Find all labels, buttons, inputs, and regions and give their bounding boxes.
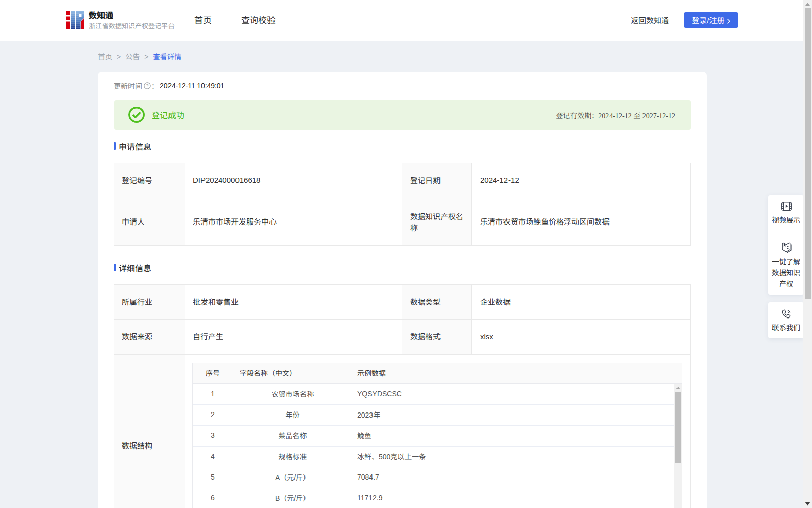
svg-text:?: ? — [146, 83, 148, 88]
